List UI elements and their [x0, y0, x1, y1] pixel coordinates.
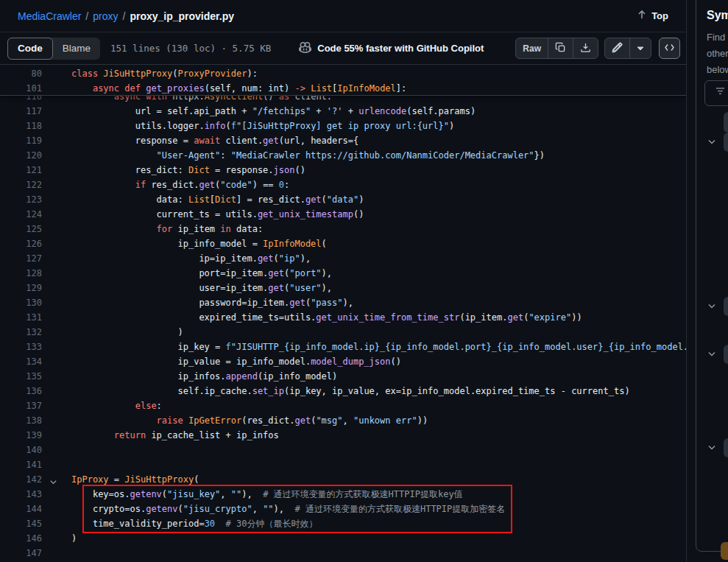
- gutter: [42, 66, 71, 81]
- gutter: [42, 148, 71, 163]
- line-number[interactable]: 80: [0, 66, 42, 81]
- line-number[interactable]: 137: [0, 398, 42, 413]
- code-text: expired_time_ts=utils.get_unix_time_from…: [71, 310, 582, 325]
- edit-dropdown-button[interactable]: [629, 38, 651, 58]
- line-number[interactable]: 145: [0, 516, 42, 531]
- breadcrumb-separator: /: [85, 10, 88, 22]
- code-line: 124 current_ts = utils.get_unix_timestam…: [0, 207, 686, 222]
- raw-button[interactable]: Raw: [516, 38, 548, 58]
- line-number[interactable]: 122: [0, 178, 42, 192]
- gutter: [42, 398, 71, 413]
- symbol-group-chevron-icon[interactable]: [707, 135, 716, 148]
- code-text: ip=ip_item.get("ip"),: [71, 251, 311, 266]
- line-number[interactable]: 133: [0, 340, 42, 354]
- line-number[interactable]: 142: [0, 472, 42, 487]
- symbols-filter-button[interactable]: [704, 80, 728, 106]
- copy-icon: [555, 42, 566, 55]
- line-number[interactable]: 138: [0, 413, 42, 428]
- symbol-item[interactable]: [724, 112, 728, 133]
- gutter: [42, 178, 71, 192]
- line-number[interactable]: 131: [0, 310, 42, 325]
- code-text: data: List[Dict] = res_dict.get("data"): [71, 192, 364, 207]
- line-number[interactable]: 120: [0, 148, 42, 163]
- gutter: [42, 251, 71, 266]
- code-line: 133 ip_key = f"JISUHTTP_{ip_info_model.i…: [0, 340, 686, 354]
- download-button[interactable]: [573, 38, 598, 58]
- gutter: [42, 457, 71, 472]
- symbol-group-chevron-icon[interactable]: [707, 347, 716, 360]
- tab-code[interactable]: Code: [7, 38, 53, 60]
- breadcrumb-file-name: proxy_ip_provider.py: [130, 10, 234, 22]
- gutter: [42, 133, 71, 148]
- code-text: key=os.getenv("jisu_key", ""), # 通过环境变量的…: [71, 487, 463, 502]
- symbol-group-chevron-icon[interactable]: [707, 299, 716, 312]
- line-number[interactable]: 141: [0, 457, 42, 472]
- gutter: [42, 310, 71, 325]
- copilot-banner: Code 55% faster with GitHub Copilot: [299, 41, 484, 56]
- code-line: 127 ip=ip_item.get("ip"),: [0, 251, 686, 266]
- code-line: 144 crypto=os.getenv("jisu_crypto", ""),…: [0, 502, 686, 516]
- code-text: return ip_cache_list + ip_infos: [71, 428, 279, 443]
- breadcrumb-repo-link[interactable]: MediaCrawler: [18, 10, 81, 22]
- line-number[interactable]: 101: [0, 81, 42, 96]
- breadcrumb-folder-link[interactable]: proxy: [93, 10, 118, 22]
- code-text: raise IpGetError(res_dict.get("msg", "un…: [71, 413, 428, 428]
- code-symbols-icon: [664, 42, 675, 55]
- line-number[interactable]: 134: [0, 354, 42, 369]
- line-number[interactable]: 129: [0, 281, 42, 295]
- code-text: self.ip_cache.set_ip(ip_key, ip_value, e…: [71, 384, 630, 398]
- line-number[interactable]: 124: [0, 207, 42, 222]
- code-line: 140: [0, 443, 686, 457]
- code-line: 142IpProxy = JiSuHttpProxy(: [0, 472, 686, 487]
- raw-copy-download-group: Raw: [515, 38, 598, 59]
- breadcrumb: MediaCrawler / proxy / proxy_ip_provider…: [0, 0, 686, 32]
- line-number[interactable]: 127: [0, 251, 42, 266]
- code-text: res_dict: Dict = response.json(): [71, 163, 305, 178]
- line-number[interactable]: 125: [0, 222, 42, 236]
- funnel-icon: [715, 86, 726, 100]
- line-number[interactable]: 132: [0, 325, 42, 340]
- code-line: 126 ip_info_model = IpInfoModel(: [0, 236, 686, 251]
- code-line: 117 url = self.api_path + "/fetchips" + …: [0, 104, 686, 119]
- code-line: 146): [0, 531, 686, 546]
- gutter: [42, 119, 71, 133]
- code-line: 139 return ip_cache_list + ip_infos: [0, 428, 686, 443]
- download-icon: [580, 42, 591, 55]
- tab-blame[interactable]: Blame: [53, 38, 100, 60]
- line-number[interactable]: 139: [0, 428, 42, 443]
- line-number[interactable]: 146: [0, 531, 42, 546]
- code-text: ip_info_model = IpInfoModel(: [71, 236, 327, 251]
- scroll-to-top-button[interactable]: Top: [637, 10, 668, 22]
- gutter: [42, 163, 71, 178]
- line-number[interactable]: 130: [0, 295, 42, 310]
- symbol-group-chevron-icon[interactable]: [707, 440, 716, 454]
- line-number[interactable]: 117: [0, 104, 42, 119]
- symbol-item[interactable]: [724, 438, 728, 457]
- code-line: 121 res_dict: Dict = response.json(): [0, 163, 686, 178]
- line-number[interactable]: 143: [0, 487, 42, 502]
- code-line: 134 ip_value = ip_info_model.model_dump_…: [0, 354, 686, 369]
- line-number[interactable]: 121: [0, 163, 42, 178]
- line-number[interactable]: 126: [0, 236, 42, 251]
- line-number[interactable]: 136: [0, 384, 42, 398]
- gutter: [42, 502, 71, 516]
- copy-button[interactable]: [548, 38, 573, 58]
- edit-button[interactable]: [605, 38, 629, 58]
- code-text: crypto=os.getenv("jisu_crypto", ""), # 通…: [71, 502, 505, 516]
- code-text: password=ip_item.get("pass"),: [71, 295, 353, 310]
- line-number[interactable]: 128: [0, 266, 42, 281]
- line-number[interactable]: 140: [0, 443, 42, 457]
- symbol-item[interactable]: [724, 297, 728, 316]
- line-number[interactable]: 119: [0, 133, 42, 148]
- symbol-item-highlighted[interactable]: [721, 542, 728, 560]
- symbol-item[interactable]: [724, 345, 728, 364]
- line-number[interactable]: 135: [0, 369, 42, 384]
- line-number[interactable]: 147: [0, 546, 42, 561]
- line-number[interactable]: 118: [0, 119, 42, 133]
- symbols-pane-toggle-button[interactable]: [659, 38, 680, 59]
- line-number[interactable]: 144: [0, 502, 42, 516]
- line-number[interactable]: 123: [0, 192, 42, 207]
- code-text: url = self.api_path + "/fetchips" + '?' …: [71, 104, 476, 119]
- symbol-item[interactable]: [724, 133, 728, 152]
- gutter: [42, 531, 71, 546]
